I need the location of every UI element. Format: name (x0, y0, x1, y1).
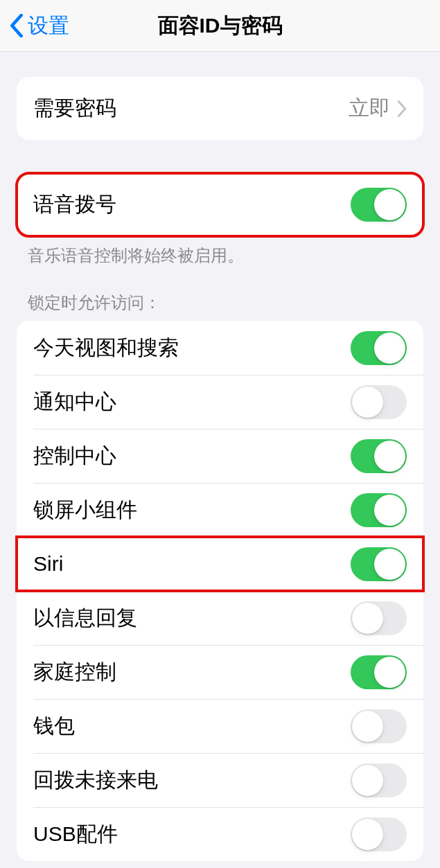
lock-access-label: 通知中心 (33, 388, 116, 416)
lock-access-toggle[interactable] (351, 763, 407, 797)
voice-dial-label: 语音拨号 (33, 191, 116, 219)
require-passcode-value: 立即 (349, 94, 390, 123)
lock-access-row: 控制中心 (17, 429, 423, 483)
lock-access-row: Siri (17, 537, 423, 591)
lock-access-toggle[interactable] (351, 547, 407, 581)
lock-access-label: 锁屏小组件 (33, 496, 137, 524)
lock-access-row: 回拨未接来电 (17, 753, 423, 807)
lock-access-toggle[interactable] (351, 601, 407, 635)
lock-access-toggle[interactable] (351, 331, 407, 365)
content: 需要密码 立即 语音拨号 音乐语音控制将始终被启用。 锁定时允许访问： 今天视图… (0, 52, 440, 868)
lock-access-row: 通知中心 (17, 375, 423, 429)
require-passcode-row[interactable]: 需要密码 立即 (17, 77, 423, 140)
lock-access-toggle[interactable] (351, 817, 407, 851)
lock-access-row: USB配件 (17, 807, 423, 861)
require-passcode-value-group: 立即 (349, 94, 407, 123)
back-label: 设置 (28, 12, 69, 40)
lock-access-row: 锁屏小组件 (17, 483, 423, 537)
lock-access-header: 锁定时允许访问： (0, 292, 440, 321)
lock-access-toggle[interactable] (351, 655, 407, 689)
chevron-left-icon (10, 14, 24, 37)
lock-access-label: USB配件 (33, 820, 118, 849)
lock-access-label: Siri (33, 552, 63, 576)
lock-access-label: 以信息回复 (33, 604, 137, 632)
lock-access-footer: iPhone锁定超过一小时后，需先解锁iPhone才能允许USB配件连接。 (0, 861, 440, 868)
voice-dial-row: 语音拨号 (17, 173, 423, 236)
chevron-right-icon (397, 100, 407, 117)
voice-dial-card: 语音拨号 (17, 173, 423, 236)
lock-access-row: 家庭控制 (17, 645, 423, 699)
lock-access-label: 今天视图和搜索 (33, 334, 179, 362)
voice-dial-footer: 音乐语音控制将始终被启用。 (0, 236, 440, 267)
lock-access-row: 以信息回复 (17, 591, 423, 645)
voice-dial-toggle[interactable] (351, 188, 407, 222)
lock-access-label: 回拨未接来电 (33, 766, 158, 795)
nav-header: 设置 面容ID与密码 (0, 0, 440, 52)
lock-access-row: 今天视图和搜索 (17, 321, 423, 375)
lock-access-row: 钱包 (17, 699, 423, 753)
lock-access-card: 今天视图和搜索通知中心控制中心锁屏小组件Siri以信息回复家庭控制钱包回拨未接来… (17, 321, 423, 861)
lock-access-toggle[interactable] (351, 709, 407, 743)
lock-access-toggle[interactable] (351, 385, 407, 419)
passcode-card: 需要密码 立即 (17, 77, 423, 140)
require-passcode-label: 需要密码 (33, 94, 116, 123)
lock-access-label: 家庭控制 (33, 658, 116, 687)
lock-access-toggle[interactable] (351, 439, 407, 473)
back-button[interactable]: 设置 (0, 12, 69, 40)
lock-access-label: 钱包 (33, 712, 75, 741)
lock-access-toggle[interactable] (351, 493, 407, 527)
lock-access-label: 控制中心 (33, 442, 116, 470)
